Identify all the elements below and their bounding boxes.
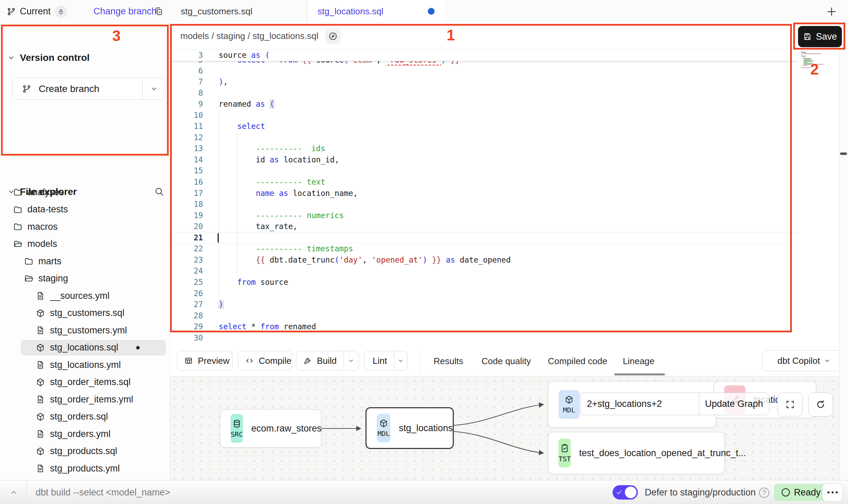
folder-icon bbox=[24, 256, 34, 266]
file-tree-item-analyses[interactable]: analyses bbox=[0, 184, 170, 201]
file-tree-item-stg_products.sql[interactable]: stg_products.sql bbox=[0, 443, 170, 460]
file-tree-item-stg_orders.sql[interactable]: stg_orders.sql bbox=[0, 408, 170, 425]
line-number: 8 bbox=[170, 88, 203, 99]
panel-resize-handle[interactable] bbox=[840, 152, 847, 155]
defer-toggle[interactable] bbox=[613, 485, 638, 500]
button-label: Lint bbox=[373, 356, 387, 366]
line-number: 30 bbox=[170, 332, 203, 344]
file-tree-item-__sources.yml[interactable]: __sources.yml bbox=[0, 287, 170, 304]
copy-branch-icon[interactable] bbox=[154, 6, 164, 16]
editor-tab-stg_customers.sql[interactable]: stg_customers.sql bbox=[170, 0, 307, 23]
command-bar-collapse-button[interactable] bbox=[8, 486, 20, 499]
more-options-button[interactable] bbox=[822, 483, 843, 502]
file-name: stg_order_items.yml bbox=[50, 394, 133, 405]
tab-compiled-code[interactable]: Compiled code bbox=[548, 346, 607, 376]
file-tree-item-stg_customers.yml[interactable]: stg_customers.yml bbox=[0, 322, 170, 339]
file-tree-item-stg_orders.yml[interactable]: stg_orders.yml bbox=[0, 425, 170, 442]
file-tree-item-stg_order_items.yml[interactable]: stg_order_items.yml bbox=[0, 391, 170, 408]
line-code: from source bbox=[237, 277, 288, 288]
file-tree-item-marts[interactable]: marts bbox=[0, 253, 170, 270]
line-code: ---------- text bbox=[256, 176, 325, 188]
dbt-copilot-button[interactable]: dbt Copilot bbox=[762, 350, 841, 371]
fullscreen-icon bbox=[785, 399, 795, 410]
version-control-header[interactable]: Version control bbox=[8, 52, 90, 63]
code-line-24: 24 bbox=[170, 265, 839, 277]
file-tree-item-stg_locations.yml[interactable]: stg_locations.yml bbox=[0, 356, 170, 373]
create-branch-button[interactable]: Create branch bbox=[12, 78, 165, 100]
chevron-down-icon bbox=[150, 85, 158, 93]
code-editor[interactable]: 67),89renamed as (1011select1213--------… bbox=[170, 50, 839, 346]
code-line-12: 12 bbox=[170, 132, 839, 143]
refresh-button[interactable] bbox=[808, 393, 833, 416]
lineage-node-mdl[interactable]: MDLstg_locations bbox=[365, 407, 454, 449]
tab-results[interactable]: Results bbox=[434, 346, 463, 376]
status-ready-badge[interactable]: Ready bbox=[774, 484, 828, 501]
fullscreen-button[interactable] bbox=[778, 393, 803, 416]
tab-code-quality[interactable]: Code quality bbox=[481, 346, 531, 376]
line-number: 23 bbox=[170, 254, 203, 266]
line-code: ---------- ids bbox=[256, 143, 325, 154]
update-graph-button[interactable]: Update Graph bbox=[699, 393, 769, 415]
line-number: 27 bbox=[170, 299, 203, 310]
editor-tab-stg_locations.sql[interactable]: stg_locations.sql bbox=[307, 0, 446, 23]
change-branch-link[interactable]: Change branch bbox=[93, 0, 157, 23]
button-label: Build bbox=[317, 356, 337, 366]
create-branch-dropdown[interactable] bbox=[142, 78, 165, 100]
lint-button[interactable]: Lint bbox=[364, 351, 408, 371]
breadcrumb-bar: models / staging / stg_locations.sql bbox=[170, 23, 839, 50]
line-number: 21 bbox=[170, 232, 203, 243]
line-number: 20 bbox=[170, 221, 203, 232]
file-tree-item-stg_locations.sql[interactable]: stg_locations.sql bbox=[0, 339, 170, 356]
file-name: stg_customers.yml bbox=[50, 325, 127, 336]
code-line-20: 20tax_rate, bbox=[170, 221, 839, 232]
lineage-node-tst[interactable]: TSTtest_does_location_opened_at_trunc_t.… bbox=[548, 432, 724, 474]
tab-lineage[interactable]: Lineage bbox=[623, 346, 655, 376]
lineage-node-src[interactable]: SRCecom.raw_stores bbox=[220, 409, 321, 448]
build-dropdown[interactable] bbox=[344, 351, 359, 370]
sidebar-section-divider bbox=[0, 157, 170, 157]
line-code: ) bbox=[219, 299, 223, 310]
file-tree-item-stg_customers.sql[interactable]: stg_customers.sql bbox=[0, 305, 170, 322]
code-line-10: 10 bbox=[170, 110, 839, 121]
lineage-canvas[interactable]: SRCecom.raw_storesMDLstg_locationsMDLloc… bbox=[170, 376, 839, 480]
table-icon bbox=[184, 356, 193, 365]
text-cursor bbox=[218, 233, 219, 242]
line-code: renamed as ( bbox=[219, 98, 274, 110]
file-tree-item-macros[interactable]: macros bbox=[0, 218, 170, 235]
file-name: stg_orders.yml bbox=[50, 429, 111, 439]
compile-button[interactable]: Compile bbox=[238, 351, 292, 371]
file-icon bbox=[36, 429, 45, 439]
current-branch-widget[interactable]: Current bbox=[7, 0, 67, 23]
lineage-selector-value: 2+stg_locations+2 bbox=[587, 399, 662, 409]
file-tree-item-stg_order_items.sql[interactable]: stg_order_items.sql bbox=[0, 374, 170, 391]
line-number: 9 bbox=[170, 98, 203, 110]
toolbar-divider bbox=[420, 349, 421, 373]
file-name: models bbox=[27, 239, 57, 249]
line-number: 26 bbox=[170, 288, 203, 299]
node-badge: MDL bbox=[377, 414, 390, 442]
command-input[interactable]: dbt build --select <model_name> bbox=[36, 480, 170, 504]
code-line-9: 9renamed as ( bbox=[170, 98, 839, 110]
file-tree-item-data-tests[interactable]: data-tests bbox=[0, 201, 170, 218]
cube-icon bbox=[564, 395, 574, 404]
help-icon[interactable]: ? bbox=[759, 488, 769, 498]
cube-icon bbox=[36, 447, 45, 456]
line-number: 11 bbox=[170, 121, 203, 132]
file-tree-item-staging[interactable]: staging bbox=[0, 270, 170, 287]
lock-icon bbox=[57, 8, 64, 15]
new-tab-button[interactable] bbox=[825, 5, 838, 18]
file-tree-item-models[interactable]: models bbox=[0, 236, 170, 253]
lint-dropdown[interactable] bbox=[394, 351, 407, 370]
lineage-compass-icon[interactable] bbox=[325, 28, 341, 44]
line-number: 28 bbox=[170, 310, 203, 321]
code-line-28: 28 bbox=[170, 310, 839, 321]
cube-icon bbox=[36, 308, 45, 318]
build-button[interactable]: Build bbox=[296, 351, 359, 371]
node-label: test_does_location_opened_at_trunc_t... bbox=[579, 448, 746, 459]
preview-button[interactable]: Preview bbox=[177, 351, 233, 371]
git-branch-icon bbox=[22, 84, 31, 93]
lineage-selector-input[interactable]: 2+stg_locations+2 bbox=[580, 393, 699, 415]
clip-icon bbox=[560, 443, 570, 453]
file-tree-item-stg_products.yml[interactable]: stg_products.yml bbox=[0, 460, 170, 477]
save-button[interactable]: Save bbox=[798, 26, 842, 47]
